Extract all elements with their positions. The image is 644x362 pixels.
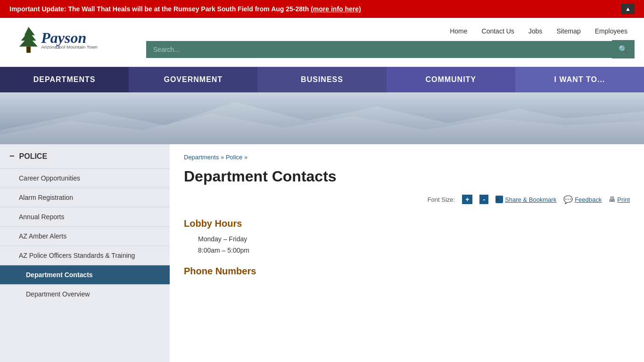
logo: Payson Arizona's Cool Mountain Town bbox=[9, 23, 146, 62]
share-icon: + bbox=[495, 196, 503, 203]
alert-bar: Important Update: The Wall That Heals wi… bbox=[0, 0, 644, 18]
svg-marker-2 bbox=[19, 36, 38, 46]
sidebar-item-az-police-officers[interactable]: AZ Police Officers Standards & Training bbox=[0, 246, 170, 265]
top-nav: Home Contact Us Jobs Sitemap Employees bbox=[443, 25, 635, 37]
nav-home[interactable]: Home bbox=[443, 25, 474, 37]
sidebar-item-az-amber-alerts[interactable]: AZ Amber Alerts bbox=[0, 226, 170, 246]
alert-collapse-button[interactable]: ▲ bbox=[621, 4, 635, 14]
alert-text: Important Update: The Wall That Heals wi… bbox=[9, 5, 361, 13]
main-nav: DEPARTMENTS GOVERNMENT BUSINESS COMMUNIT… bbox=[0, 67, 644, 92]
svg-text:Cool Mountain Town: Cool Mountain Town bbox=[56, 44, 97, 49]
svg-rect-3 bbox=[26, 47, 31, 53]
main-content: Departments » Police » Department Contac… bbox=[170, 144, 644, 362]
content-wrapper: − POLICE Career Opportunities Alarm Regi… bbox=[0, 144, 644, 362]
feedback-link[interactable]: Feedback bbox=[575, 196, 602, 203]
hero-banner bbox=[0, 92, 644, 144]
sidebar-item-department-contacts[interactable]: Department Contacts bbox=[0, 265, 170, 284]
nav-community[interactable]: COMMUNITY bbox=[387, 67, 515, 92]
print-link[interactable]: Print bbox=[617, 196, 630, 203]
breadcrumb-police[interactable]: Police bbox=[226, 154, 242, 161]
breadcrumb: Departments » Police » bbox=[184, 154, 630, 161]
nav-business[interactable]: BUSINESS bbox=[257, 67, 386, 92]
lobby-hours-content: Monday – Friday 8:00am – 5:00pm bbox=[198, 234, 630, 256]
breadcrumb-separator-1: » bbox=[221, 154, 226, 161]
nav-sitemap[interactable]: Sitemap bbox=[549, 25, 587, 37]
print-icon: 🖶 bbox=[609, 196, 615, 203]
alert-message: Important Update: The Wall That Heals wi… bbox=[9, 5, 311, 13]
content-tools: Font Size: + - + Share & Bookmark 💬 Feed… bbox=[184, 195, 630, 209]
sidebar: − POLICE Career Opportunities Alarm Regi… bbox=[0, 144, 170, 362]
nav-departments[interactable]: DEPARTMENTS bbox=[0, 67, 129, 92]
feedback-icon: 💬 bbox=[563, 195, 573, 204]
nav-government[interactable]: GOVERNMENT bbox=[129, 67, 257, 92]
sidebar-item-annual-reports[interactable]: Annual Reports bbox=[0, 207, 170, 226]
sidebar-item-department-overview[interactable]: Department Overview bbox=[0, 284, 170, 304]
breadcrumb-departments[interactable]: Departments bbox=[184, 154, 219, 161]
lobby-hours-line-1: Monday – Friday bbox=[198, 234, 630, 245]
logo-svg: Payson Arizona's Cool Mountain Town bbox=[9, 23, 127, 60]
lobby-hours-heading: Lobby Hours bbox=[184, 218, 630, 229]
breadcrumb-separator-2: » bbox=[244, 154, 248, 161]
font-increase-button[interactable]: + bbox=[462, 195, 472, 204]
font-decrease-button[interactable]: - bbox=[479, 195, 488, 204]
sidebar-item-alarm-registration[interactable]: Alarm Registration bbox=[0, 188, 170, 207]
search-input[interactable] bbox=[146, 41, 612, 58]
header: Payson Arizona's Cool Mountain Town Home… bbox=[0, 18, 644, 67]
sidebar-collapse-icon[interactable]: − bbox=[9, 151, 15, 161]
search-area: 🔍 bbox=[146, 40, 635, 58]
nav-jobs[interactable]: Jobs bbox=[521, 25, 550, 37]
font-size-label: Font Size: bbox=[428, 196, 455, 203]
sidebar-section-label: POLICE bbox=[19, 152, 48, 161]
share-bookmark-link[interactable]: Share & Bookmark bbox=[505, 196, 556, 203]
svg-text:Payson: Payson bbox=[41, 29, 86, 46]
nav-i-want-to[interactable]: I WANT TO... bbox=[515, 67, 644, 92]
lobby-hours-line-2: 8:00am – 5:00pm bbox=[198, 245, 630, 256]
sidebar-item-career-opportunities[interactable]: Career Opportunities bbox=[0, 168, 170, 188]
search-button[interactable]: 🔍 bbox=[612, 40, 635, 58]
phone-numbers-heading: Phone Numbers bbox=[184, 266, 630, 277]
nav-contact-us[interactable]: Contact Us bbox=[475, 25, 521, 37]
sidebar-section-title: − POLICE bbox=[0, 144, 170, 168]
nav-employees[interactable]: Employees bbox=[588, 25, 635, 37]
page-title: Department Contacts bbox=[184, 168, 630, 185]
alert-link[interactable]: (more info here) bbox=[311, 5, 361, 13]
